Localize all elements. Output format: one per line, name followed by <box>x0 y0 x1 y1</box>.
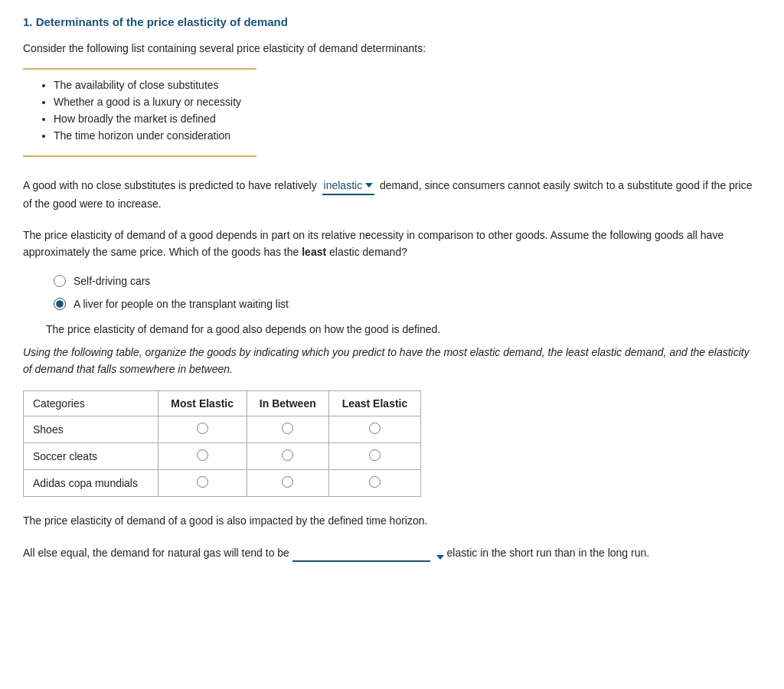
dropdown-arrow-icon <box>365 183 373 188</box>
table-cell-adidas: Adidas copa mundials <box>24 469 158 496</box>
fill-blank-arrow-icon[interactable] <box>436 555 444 560</box>
list-item: How broadly the market is defined <box>54 113 241 125</box>
radio-soccer-least[interactable] <box>369 449 381 461</box>
table-row: Soccer cleats <box>24 442 421 469</box>
dropdown-value: inelastic <box>324 177 363 194</box>
table-cell-shoes-least[interactable] <box>328 416 420 442</box>
paragraph-substitutes: A good with no close substitutes is pred… <box>23 177 761 213</box>
table-header-row: Categories Most Elastic In Between Least… <box>24 390 421 416</box>
para2-bold: least <box>302 246 326 258</box>
radio-liver[interactable] <box>54 298 66 310</box>
fill-blank-before: All else equal, the demand for natural g… <box>23 547 292 559</box>
radio-label-liver: A liver for people on the transplant wai… <box>74 298 289 310</box>
list-item: Whether a good is a luxury or necessity <box>54 96 241 108</box>
italic-paragraph: Using the following table, organize the … <box>23 344 761 378</box>
table-cell-adidas-most[interactable] <box>158 469 247 496</box>
table-cell-soccer: Soccer cleats <box>24 442 158 469</box>
table-row: Shoes <box>24 416 421 442</box>
radio-option-liver[interactable]: A liver for people on the transplant wai… <box>54 298 761 310</box>
table-cell-shoes: Shoes <box>24 416 158 442</box>
radio-adidas-between[interactable] <box>282 476 293 488</box>
radio-self-driving[interactable] <box>54 275 66 287</box>
radio-soccer-most[interactable] <box>197 449 208 461</box>
para2-end: elastic demand? <box>326 246 407 258</box>
determinants-list-box: The availability of close substitutes Wh… <box>23 68 256 157</box>
indent-paragraph: The price elasticity of demand for a goo… <box>23 321 761 338</box>
col-header-least-elastic: Least Elastic <box>328 390 420 416</box>
determinants-list: The availability of close substitutes Wh… <box>46 79 241 142</box>
table-cell-soccer-most[interactable] <box>158 442 247 469</box>
fill-blank-input[interactable] <box>292 543 430 561</box>
elastic-demand-table: Categories Most Elastic In Between Least… <box>23 390 421 497</box>
radio-soccer-between[interactable] <box>282 449 293 461</box>
table-cell-soccer-between[interactable] <box>247 442 328 469</box>
radio-adidas-least[interactable] <box>369 476 381 488</box>
table-cell-adidas-between[interactable] <box>247 469 328 496</box>
radio-shoes-most[interactable] <box>197 423 208 434</box>
table-cell-shoes-most[interactable] <box>158 416 247 442</box>
radio-label-self-driving: Self-driving cars <box>74 275 150 287</box>
col-header-in-between: In Between <box>247 390 328 416</box>
section-title: 1. Determinants of the price elasticity … <box>23 15 761 28</box>
para1-before: A good with no close substitutes is pred… <box>23 179 320 191</box>
col-header-categories: Categories <box>24 390 158 416</box>
table-cell-shoes-between[interactable] <box>247 416 328 442</box>
radio-adidas-most[interactable] <box>197 476 208 488</box>
intro-text: Consider the following list containing s… <box>23 42 761 54</box>
radio-group-goods: Self-driving cars A liver for people on … <box>54 275 761 310</box>
table-row: Adidas copa mundials <box>24 469 421 496</box>
col-header-most-elastic: Most Elastic <box>158 390 247 416</box>
table-cell-soccer-least[interactable] <box>328 442 420 469</box>
radio-shoes-least[interactable] <box>369 423 381 434</box>
paragraph-necessity: The price elasticity of demand of a good… <box>23 227 761 261</box>
radio-shoes-between[interactable] <box>282 423 293 434</box>
radio-option-self-driving[interactable]: Self-driving cars <box>54 275 761 287</box>
list-item: The availability of close substitutes <box>54 79 241 91</box>
table-cell-adidas-least[interactable] <box>328 469 420 496</box>
inelastic-dropdown[interactable]: inelastic <box>322 177 375 195</box>
time-horizon-paragraph: The price elasticity of demand of a good… <box>23 512 761 529</box>
fill-blank-after: elastic in the short run than in the lon… <box>447 547 650 559</box>
natural-gas-paragraph: All else equal, the demand for natural g… <box>23 543 761 561</box>
list-item: The time horizon under consideration <box>54 129 241 142</box>
